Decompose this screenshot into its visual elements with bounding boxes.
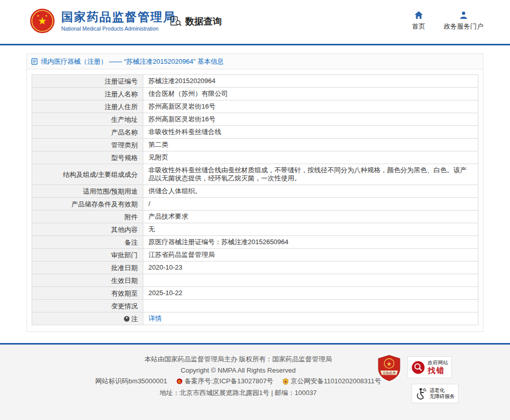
table-row: 注册证编号 苏械注准20152020964	[32, 75, 478, 88]
row-value: 佳合医材（苏州）有限公司	[143, 88, 478, 100]
detail-link[interactable]: 详情	[148, 314, 162, 322]
accessibility-badge-line2: 无障碍服务	[429, 393, 455, 400]
row-label: 其他内容	[32, 223, 143, 236]
row-label: 备注	[32, 236, 143, 249]
logo-text: 国家药品监督管理局 National Medical Products Admi…	[61, 10, 176, 32]
row-value: 江苏省药品监督管理局	[143, 249, 478, 261]
table-row: 产品名称 非吸收性外科蚕丝缝合线	[32, 126, 478, 139]
org-name-cn: 国家药品监督管理局	[61, 10, 176, 24]
page-title: 境内医疗器械（注册） —— “苏械注准20152020964” 基本信息	[41, 57, 224, 66]
registration-table: 注册证编号 苏械注准20152020964 注册人名称 佳合医材（苏州）有限公司…	[32, 74, 478, 325]
government-agency-badge[interactable]: ★ 党政机关	[377, 355, 401, 381]
table-row: 适用范围/预期用途 供缝合人体组织。	[32, 185, 478, 198]
police-badge-icon: ★	[283, 378, 289, 385]
row-value: 原医疗器械注册证编号：苏械注准20152650964	[143, 236, 478, 249]
row-label: 产品储存条件及有效期	[32, 198, 143, 211]
error-report-badge-text: 政府网站 找错	[428, 360, 448, 375]
row-value: 2025-10-22	[143, 287, 478, 300]
error-report-badge-top: 政府网站	[428, 360, 448, 366]
data-query-nav[interactable]: 数据查询	[170, 15, 222, 28]
document-icon	[31, 58, 38, 65]
user-icon	[459, 11, 468, 19]
row-value	[143, 274, 478, 287]
row-label: 管理类别	[32, 139, 143, 151]
error-report-magnifier-icon	[412, 361, 425, 374]
row-label-text: 产品储存条件及有效期	[71, 200, 138, 208]
row-label-text: 产品名称	[111, 128, 138, 136]
row-label: 有效期至	[32, 287, 143, 300]
footer-copyright: Copyright © NMPA All Rights Reserved	[181, 366, 295, 374]
table-row: 审批部门 江苏省药品监督管理局	[32, 249, 478, 261]
svg-text:★: ★	[45, 14, 47, 17]
nav-home-label: 首页	[412, 22, 425, 31]
nav-gov-portal[interactable]: 政务服务门户	[444, 11, 483, 31]
row-value: 苏州高新区灵岩街16号	[143, 100, 478, 113]
national-emblem-icon: ★ ★ ★	[30, 8, 55, 34]
government-agency-badge-label: 党政机关	[382, 371, 396, 375]
row-label: 适用范围/预期用途	[32, 185, 143, 198]
nav-gov-portal-label: 政务服务门户	[444, 22, 483, 31]
row-value: 详情	[143, 312, 478, 325]
main-content: 境内医疗器械（注册） —— “苏械注准20152020964” 基本信息 注册证…	[0, 45, 510, 332]
table-row: 管理类别 第二类	[32, 139, 478, 151]
row-value: 无	[143, 223, 478, 236]
footer-site-code: 网站标识码bm35000001	[95, 377, 167, 386]
row-value: 2020-10-23	[143, 261, 478, 274]
accessibility-badge-text: 适老化 无障碍服务	[429, 387, 455, 400]
row-label-text: 批准日期	[111, 264, 138, 272]
accessibility-icon	[415, 387, 426, 400]
nav-home[interactable]: 首页	[412, 11, 425, 31]
page-footer: 本站由国家药品监督管理局主办 版权所有：国家药品监督管理局 Copyright …	[0, 345, 510, 420]
row-label: 注册人住所	[32, 100, 143, 113]
row-label: 变更情况	[32, 300, 143, 312]
svg-text:★: ★	[387, 360, 392, 368]
table-row: 产品储存条件及有效期 /	[32, 198, 478, 211]
row-label: 生产地址	[32, 113, 143, 126]
row-label-text: 型号规格	[111, 154, 138, 162]
accessibility-badge[interactable]: 适老化 无障碍服务	[412, 384, 458, 403]
org-name-en: National Medical Products Administration	[61, 25, 176, 32]
row-label-text: 注	[131, 315, 138, 323]
row-label-text: 附件	[124, 213, 138, 221]
table-row: 生产地址 苏州高新区灵岩街16号	[32, 113, 478, 126]
row-label: 结构及组成/主要组成成分	[32, 164, 143, 185]
row-value: 苏械注准20152020964	[143, 75, 478, 88]
table-row: 批准日期 2020-10-23	[32, 261, 478, 274]
table-row: 有效期至 2025-10-22	[32, 287, 478, 300]
table-row: 注册人住所 苏州高新区灵岩街16号	[32, 100, 478, 113]
row-value: 非吸收性外科蚕丝缝合线	[143, 126, 478, 139]
row-value: /	[143, 198, 478, 211]
row-label-text: 其他内容	[111, 226, 138, 233]
row-label-text: 审批部门	[111, 251, 138, 259]
row-label-text: 注册人名称	[105, 90, 138, 98]
footer-icp: 备案序号:京ICP备13027807号	[185, 377, 273, 386]
table-row: 附件 产品技术要求	[32, 211, 478, 223]
home-icon	[414, 11, 423, 19]
site-error-report-badge[interactable]: 政府网站 找错	[407, 356, 452, 378]
nmpa-logo[interactable]: ★ ★ ★ 国家药品监督管理局 National Medical Product…	[30, 8, 176, 34]
row-label-text: 生产地址	[111, 116, 138, 123]
table-row: 结构及组成/主要组成成分 非吸收性外科蚕丝缝合线由蚕丝材质组成，不带缝针，按线径…	[32, 164, 478, 185]
top-nav: 首页 政务服务门户	[412, 11, 483, 31]
error-report-badge-main: 找错	[428, 366, 448, 375]
row-label-text: 结构及组成/主要组成成分	[63, 171, 138, 178]
row-label-text: 管理类别	[111, 141, 138, 149]
row-label-text: 生效日期	[111, 277, 138, 284]
svg-text:★: ★	[284, 380, 287, 383]
row-label: 型号规格	[32, 151, 143, 164]
row-label-text: 变更情况	[111, 302, 138, 310]
row-value: 见附页	[143, 151, 478, 164]
row-label: 注	[32, 312, 143, 325]
table-row: 注 详情	[32, 312, 478, 325]
row-value: 苏州高新区灵岩街16号	[143, 113, 478, 126]
row-label: 产品名称	[32, 126, 143, 139]
table-row: 生效日期	[32, 274, 478, 287]
registration-table-body: 注册证编号 苏械注准20152020964 注册人名称 佳合医材（苏州）有限公司…	[32, 75, 478, 325]
table-row: 备注 原医疗器械注册证编号：苏械注准20152650964	[32, 236, 478, 249]
data-query-label: 数据查询	[185, 15, 222, 28]
svg-text:备: 备	[177, 380, 181, 384]
row-label-text: 备注	[124, 239, 138, 246]
row-value: 第二类	[143, 139, 478, 151]
row-value: 非吸收性外科蚕丝缝合线由蚕丝材质组成，不带缝针，按线径不同分为八种规格，颜色分为…	[143, 164, 478, 185]
row-value	[143, 300, 478, 312]
